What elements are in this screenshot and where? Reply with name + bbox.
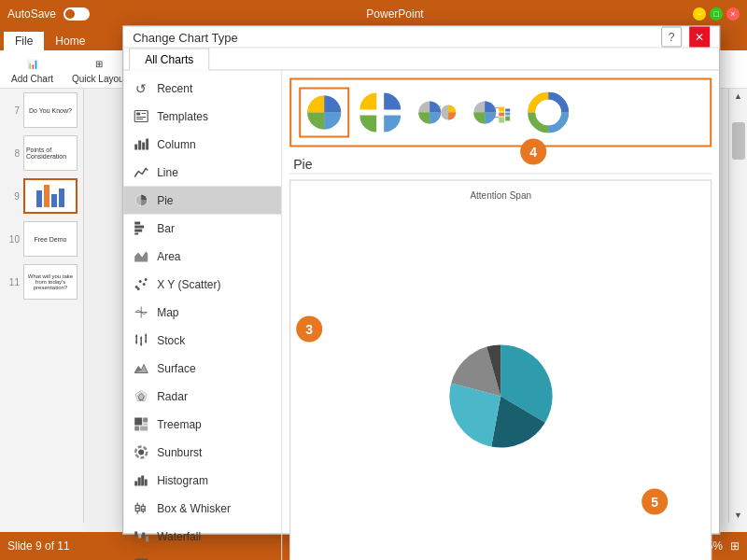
svg-rect-40 <box>140 427 148 431</box>
window-controls: − □ × <box>693 7 740 21</box>
chart-type-waterfall[interactable]: Waterfall <box>123 523 281 551</box>
chart-type-bar[interactable]: Bar <box>123 215 281 243</box>
svg-rect-1 <box>136 113 140 116</box>
histogram-label: Histogram <box>157 474 208 487</box>
chart-type-area[interactable]: Area <box>123 243 281 271</box>
tab-all-charts[interactable]: All Charts <box>129 49 209 71</box>
svg-marker-14 <box>134 252 148 262</box>
chart-type-map[interactable]: Map <box>123 299 281 327</box>
radar-label: Radar <box>157 390 188 403</box>
slide-item-10[interactable]: 10 Free Demo <box>0 217 83 260</box>
svg-rect-44 <box>134 482 137 486</box>
chart-variant-3[interactable] <box>411 88 461 138</box>
svg-rect-5 <box>134 145 137 150</box>
maximize-button[interactable]: □ <box>710 7 723 21</box>
svg-rect-10 <box>134 222 140 225</box>
slide-item-11[interactable]: 11 What will you take from today's prese… <box>0 260 83 303</box>
surface-icon <box>133 360 149 377</box>
tab-file[interactable]: File <box>4 32 44 50</box>
scroll-down-button[interactable]: ▼ <box>729 508 748 523</box>
slide-panel: 7 Do You Know? 8 Points of Consideration… <box>0 89 84 523</box>
chart-type-treemap[interactable]: Treemap <box>123 411 281 439</box>
sunburst-label: Sunburst <box>157 446 202 459</box>
svg-rect-77 <box>499 107 504 112</box>
svg-rect-81 <box>505 113 510 116</box>
treemap-label: Treemap <box>157 418 202 431</box>
chart-types-panel: ↺ Recent Templates Column <box>123 71 282 561</box>
dialog-body: ↺ Recent Templates Column <box>123 71 719 561</box>
add-chart-button[interactable]: 📊 Add Chart <box>7 53 57 86</box>
svg-rect-13 <box>134 233 138 235</box>
pie-icon <box>133 192 149 209</box>
scroll-up-button[interactable]: ▲ <box>729 89 748 104</box>
slide-thumb-9 <box>23 178 78 214</box>
stock-icon <box>133 332 149 349</box>
chart-type-histogram[interactable]: Histogram <box>123 467 281 495</box>
chart-variant-2[interactable] <box>355 88 405 138</box>
svg-rect-45 <box>138 478 141 486</box>
chart-type-stock[interactable]: Stock <box>123 327 281 355</box>
svg-rect-56 <box>134 532 137 537</box>
chart-type-line[interactable]: Line <box>123 159 281 187</box>
dialog-tabs: All Charts <box>123 49 719 71</box>
stock-label: Stock <box>157 334 185 347</box>
preview-pie-chart <box>435 326 566 456</box>
dialog-title: Change Chart Type <box>133 30 654 44</box>
chart-preview-area: Attention Span <box>289 180 712 561</box>
svg-rect-80 <box>505 109 510 112</box>
funnel-icon <box>133 556 149 561</box>
chart-variant-4[interactable] <box>467 88 517 138</box>
map-label: Map <box>157 306 178 319</box>
dialog-help-button[interactable]: ? <box>661 27 682 48</box>
svg-rect-39 <box>134 427 139 431</box>
change-chart-type-dialog: Change Chart Type ? ✕ All Charts ↺ Recen… <box>122 26 720 535</box>
chart-type-column[interactable]: Column <box>123 131 281 159</box>
chart-type-funnel[interactable]: Funnel <box>123 551 281 561</box>
bar-label: Bar <box>157 222 175 235</box>
minimize-button[interactable]: − <box>693 7 706 21</box>
slide-item-9[interactable]: 9 <box>0 175 83 217</box>
svg-rect-58 <box>142 533 145 539</box>
svg-rect-37 <box>134 418 142 426</box>
chart-type-surface[interactable]: Surface <box>123 355 281 383</box>
svg-rect-82 <box>505 117 510 121</box>
chart-variant-1[interactable] <box>299 88 349 138</box>
quick-layout-button[interactable]: ⊞ Quick Layout <box>68 53 130 86</box>
chart-type-scatter[interactable]: X Y (Scatter) <box>123 271 281 299</box>
close-button[interactable]: × <box>726 7 740 21</box>
box-whisker-icon <box>133 500 149 517</box>
svg-rect-41 <box>143 424 148 426</box>
slide-item-7[interactable]: 7 Do You Know? <box>0 89 83 132</box>
zoom-fit-icon[interactable]: ⊞ <box>730 539 740 553</box>
svg-point-19 <box>137 287 140 290</box>
treemap-icon <box>133 416 149 433</box>
chart-variant-5[interactable] <box>523 88 573 138</box>
line-label: Line <box>157 166 178 179</box>
svg-point-86 <box>539 104 557 122</box>
tab-home[interactable]: Home <box>44 32 96 50</box>
chart-variants-row <box>289 78 712 147</box>
svg-rect-57 <box>138 535 141 539</box>
svg-rect-46 <box>141 476 144 486</box>
chart-type-pie[interactable]: Pie <box>123 187 281 215</box>
svg-rect-59 <box>146 537 148 542</box>
slide-item-8[interactable]: 8 Points of Consideration <box>0 132 83 175</box>
slide-status: Slide 9 of 11 <box>7 539 70 553</box>
autosave-toggle[interactable] <box>63 7 90 21</box>
chart-type-templates[interactable]: Templates <box>123 103 281 131</box>
waterfall-icon <box>133 528 149 545</box>
chart-name-label: Pie <box>289 155 712 175</box>
area-icon <box>133 248 149 265</box>
svg-rect-7 <box>142 143 145 150</box>
chart-type-recent[interactable]: ↺ Recent <box>123 75 281 103</box>
dialog-close-button[interactable]: ✕ <box>689 27 710 48</box>
dialog-titlebar: Change Chart Type ? ✕ <box>123 27 719 49</box>
waterfall-label: Waterfall <box>157 530 201 543</box>
svg-rect-6 <box>138 141 141 150</box>
chart-type-box-whisker[interactable]: Box & Whisker <box>123 495 281 523</box>
chart-type-radar[interactable]: Radar <box>123 383 281 411</box>
chart-type-sunburst[interactable]: Sunburst <box>123 439 281 467</box>
vertical-scrollbar[interactable]: ▲ ▼ <box>728 89 747 523</box>
scroll-thumb[interactable] <box>732 122 745 160</box>
recent-icon: ↺ <box>133 80 149 97</box>
